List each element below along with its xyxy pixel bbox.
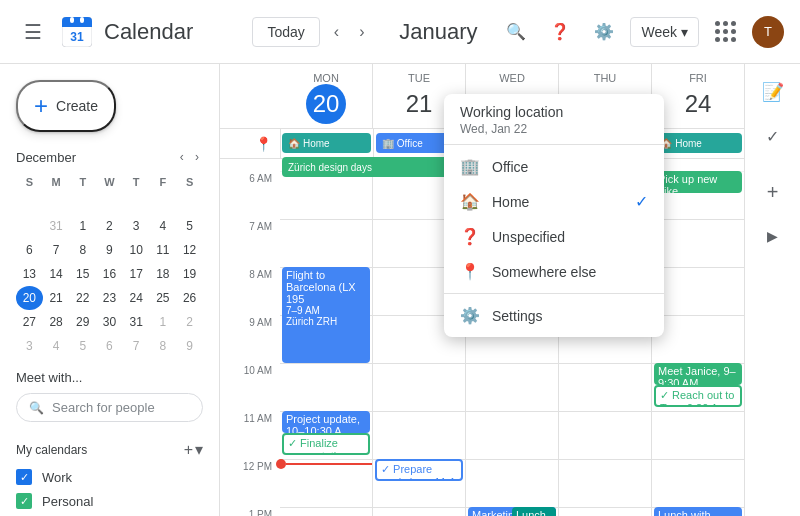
mini-cal-day[interactable]: 23: [96, 286, 123, 310]
calendar-item-personal[interactable]: ✓ Personal: [0, 489, 219, 513]
todo-icon[interactable]: ✓: [753, 116, 793, 156]
event-pick-up-bike[interactable]: Pick up new bike: [654, 171, 742, 193]
mini-cal-day[interactable]: 24: [123, 286, 150, 310]
event-prepare-workshop[interactable]: ✓ Prepare workshop, 11 A: [375, 459, 463, 481]
mini-cal-day[interactable]: 21: [43, 286, 70, 310]
mini-cal-day[interactable]: 8: [150, 334, 177, 358]
today-button[interactable]: Today: [252, 17, 319, 47]
mini-cal-day[interactable]: 29: [69, 310, 96, 334]
mini-cal-day[interactable]: 28: [43, 310, 70, 334]
mini-cal-day[interactable]: [69, 190, 96, 214]
create-label: Create: [56, 98, 98, 114]
mini-cal-day[interactable]: 9: [176, 334, 203, 358]
mini-cal-day[interactable]: 10: [123, 238, 150, 262]
event-lunch[interactable]: Lunch 12–1 PM: [512, 507, 556, 516]
event-lunch-noah[interactable]: Lunch with Noah, 12–12:30: [654, 507, 742, 516]
mini-cal-day[interactable]: [123, 190, 150, 214]
search-button[interactable]: 🔍: [498, 14, 534, 49]
notes-icon[interactable]: 📝: [753, 72, 793, 112]
event-project-update[interactable]: Project update, 10–10:30 A: [282, 411, 370, 433]
day-num-fri[interactable]: 24: [678, 84, 718, 124]
mini-cal-next[interactable]: ›: [191, 148, 203, 166]
mini-cal-day[interactable]: 2: [176, 310, 203, 334]
popup-item-unspecified[interactable]: ❓ Unspecified: [444, 219, 664, 254]
app-header: ☰ 31 Calendar Today ‹ › January 🔍 ❓ ⚙️ W…: [0, 0, 800, 64]
mini-cal-day[interactable]: 12: [176, 238, 203, 262]
mini-cal-day[interactable]: 1: [69, 214, 96, 238]
event-finalize-presentation[interactable]: ✓ Finalize presentation, 10: [282, 433, 370, 455]
mini-cal-day[interactable]: 5: [176, 214, 203, 238]
mini-cal-today[interactable]: 20: [16, 286, 43, 310]
user-avatar[interactable]: T: [752, 16, 784, 48]
create-button[interactable]: + Create: [16, 80, 116, 132]
right-sidebar: 📝 ✓ + ▶: [744, 64, 800, 516]
mini-cal-day[interactable]: 16: [96, 262, 123, 286]
day-name-thu: THU: [559, 72, 651, 84]
mini-cal-day[interactable]: [16, 214, 43, 238]
allday-col-mon: 🏠 Home: [280, 129, 373, 158]
mini-cal-day[interactable]: 3: [16, 334, 43, 358]
mini-cal-day[interactable]: [176, 190, 203, 214]
settings-button[interactable]: ⚙️: [586, 14, 622, 49]
next-button[interactable]: ›: [353, 17, 370, 47]
week-view-button[interactable]: Week ▾: [630, 17, 699, 47]
mini-cal-day[interactable]: 22: [69, 286, 96, 310]
mini-cal-day[interactable]: 11: [150, 238, 177, 262]
popup-item-home[interactable]: 🏠 Home ✓: [444, 184, 664, 219]
add-calendar-icon[interactable]: +: [184, 441, 193, 459]
current-time-indicator: [276, 459, 372, 469]
mini-cal-day[interactable]: 7: [123, 334, 150, 358]
allday-event-home-mon[interactable]: 🏠 Home: [282, 133, 371, 153]
mini-cal-day[interactable]: 15: [69, 262, 96, 286]
day-num-tue[interactable]: 21: [399, 84, 439, 124]
mini-cal-day[interactable]: [16, 190, 43, 214]
mini-cal-day[interactable]: 30: [96, 310, 123, 334]
mini-cal-prev[interactable]: ‹: [176, 148, 188, 166]
mini-cal-day[interactable]: 31: [43, 214, 70, 238]
mini-cal-day[interactable]: 6: [16, 238, 43, 262]
right-scroll-down-icon[interactable]: ▶: [753, 216, 793, 256]
event-meet-janice[interactable]: Meet Janice, 9–9:30 AM: [654, 363, 742, 385]
hamburger-menu[interactable]: ☰: [16, 12, 50, 52]
popup-item-somewhere-else[interactable]: 📍 Somewhere else: [444, 254, 664, 289]
mini-cal-day[interactable]: 17: [123, 262, 150, 286]
mini-cal-day[interactable]: [43, 190, 70, 214]
popup-item-office[interactable]: 🏢 Office: [444, 149, 664, 184]
day-col-fri: Pick up new bike Meet Janice, 9–9:30 AM …: [651, 159, 744, 516]
time-label-6am: 6 AM: [220, 171, 280, 219]
mini-cal-day[interactable]: 9: [96, 238, 123, 262]
header-left: ☰ 31 Calendar: [16, 12, 252, 52]
mini-cal-day[interactable]: 8: [69, 238, 96, 262]
apps-button[interactable]: [707, 13, 744, 50]
mini-cal-day[interactable]: 7: [43, 238, 70, 262]
mini-cal-header: December ‹ ›: [16, 148, 203, 166]
mini-cal-day[interactable]: 1: [150, 310, 177, 334]
mini-cal-day[interactable]: 2: [96, 214, 123, 238]
mini-cal-day[interactable]: 4: [150, 214, 177, 238]
mini-cal-day[interactable]: 19: [176, 262, 203, 286]
search-people-input[interactable]: 🔍 Search for people: [16, 393, 203, 422]
prev-button[interactable]: ‹: [328, 17, 345, 47]
event-reach-out-tom[interactable]: ✓ Reach out to Tom, 9:30 A: [654, 385, 742, 407]
mini-cal-day[interactable]: 27: [16, 310, 43, 334]
mini-cal-day[interactable]: 14: [43, 262, 70, 286]
my-calendars-header[interactable]: My calendars + ▾: [0, 434, 219, 465]
calendar-item-work[interactable]: ✓ Work: [0, 465, 219, 489]
help-button[interactable]: ❓: [542, 14, 578, 49]
mini-cal-day[interactable]: 31: [123, 310, 150, 334]
mini-cal-day[interactable]: 3: [123, 214, 150, 238]
mini-cal-day[interactable]: 13: [16, 262, 43, 286]
popup-item-settings[interactable]: ⚙️ Settings: [444, 298, 664, 333]
mini-cal-day[interactable]: [150, 190, 177, 214]
event-flight-barcelona[interactable]: Flight to Barcelona (LX 195 7–9 AM Züric…: [282, 267, 370, 363]
mini-cal-day[interactable]: 6: [96, 334, 123, 358]
mini-cal-day[interactable]: 25: [150, 286, 177, 310]
allday-event-home-fri[interactable]: 🏠 Home: [654, 133, 742, 153]
add-event-icon[interactable]: +: [753, 172, 793, 212]
mini-cal-day[interactable]: [96, 190, 123, 214]
mini-cal-day[interactable]: 26: [176, 286, 203, 310]
mini-cal-day[interactable]: 5: [69, 334, 96, 358]
day-num-mon[interactable]: 20: [306, 84, 346, 124]
mini-cal-day[interactable]: 18: [150, 262, 177, 286]
mini-cal-day[interactable]: 4: [43, 334, 70, 358]
